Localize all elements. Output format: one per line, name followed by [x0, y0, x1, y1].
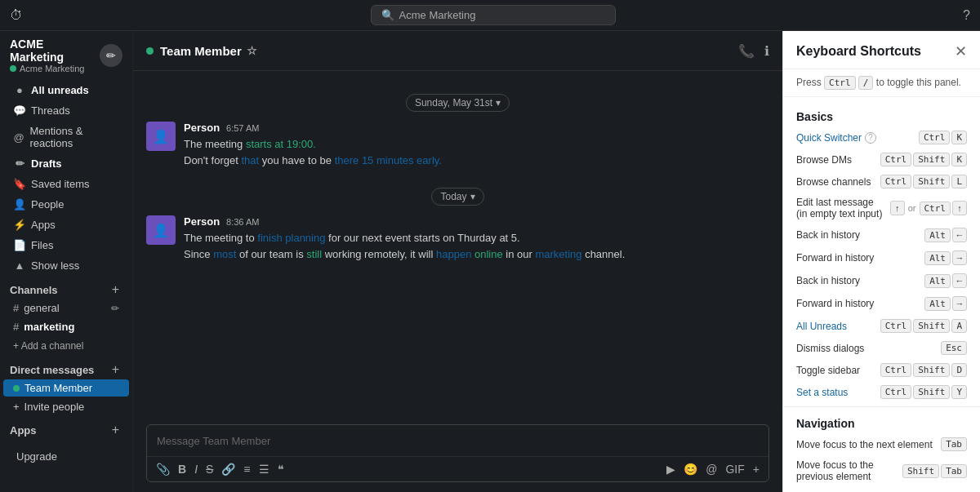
sidebar-item-saved[interactable]: 🔖 Saved items: [3, 175, 129, 193]
right-arrow-key: →: [952, 250, 967, 265]
shortcut-keys: Ctrl Shift K: [880, 153, 967, 166]
shortcut-label: Set a status: [796, 387, 877, 398]
shortcut-label: Dismiss dialogs: [796, 343, 938, 354]
add-dm-button[interactable]: +: [109, 362, 122, 377]
key: Ctrl: [880, 153, 912, 166]
shortcut-label: All Unreads: [796, 321, 877, 332]
more-icon[interactable]: +: [751, 460, 762, 478]
shortcut-keys: Tab: [941, 437, 967, 451]
help-icon[interactable]: ?: [963, 8, 970, 23]
shortcut-edit-last: Edit last message (in empty text input) …: [783, 193, 980, 224]
ordered-list-icon[interactable]: ≡: [241, 460, 252, 478]
files-icon: 📄: [13, 239, 26, 251]
date-label[interactable]: Today ▾: [431, 188, 483, 206]
dm-name: Team Member: [24, 382, 92, 394]
shortcut-browse-channels: Browse channels Ctrl Shift L: [783, 171, 980, 193]
add-channel[interactable]: + Add a channel: [3, 337, 129, 355]
dm-section-header[interactable]: Direct messages +: [0, 356, 132, 379]
edit-icon[interactable]: ✏: [111, 303, 119, 314]
upgrade-button[interactable]: Upgrade: [7, 445, 126, 468]
date-label[interactable]: Sunday, May 31st ▾: [406, 94, 510, 112]
bold-icon[interactable]: B: [176, 460, 189, 478]
show-less-icon: ▲: [13, 259, 26, 272]
shortcut-all-unreads: All Unreads Ctrl Shift A: [783, 315, 980, 337]
message-input[interactable]: [147, 425, 768, 456]
info-icon[interactable]: ℹ: [764, 43, 769, 59]
chat-header-actions: 📞 ℹ: [738, 43, 769, 59]
italic-icon[interactable]: I: [192, 460, 200, 478]
sidebar-item-drafts[interactable]: ✏ Drafts: [3, 154, 129, 173]
add-channel-button[interactable]: +: [109, 282, 122, 297]
key: Ctrl: [919, 131, 951, 144]
sidebar-item-show-less[interactable]: ▲ Show less: [3, 256, 129, 275]
star-icon[interactable]: ☆: [247, 44, 257, 57]
history-icon[interactable]: ⏱: [10, 8, 23, 23]
sidebar-item-files[interactable]: 📄 Files: [3, 236, 129, 255]
quick-switcher-link[interactable]: Quick Switcher: [796, 132, 862, 144]
strikethrough-icon[interactable]: S: [203, 460, 216, 478]
dm-item-team-member[interactable]: Team Member: [3, 379, 129, 397]
messages-area: Sunday, May 31st ▾ 👤 Person 6:57 AM The …: [133, 71, 782, 418]
all-unreads-link[interactable]: All Unreads: [796, 321, 847, 332]
key: Alt: [924, 297, 951, 311]
date-text: Today: [440, 191, 466, 202]
shortcut-focus-messages: Move focus through messages ↑ or ↓: [783, 486, 980, 492]
add-channel-label: + Add a channel: [13, 340, 83, 352]
sidebar-item-label: Files: [31, 239, 53, 251]
shortcut-forward-history-2: Forward in history Alt →: [783, 292, 980, 315]
avatar: 👤: [146, 122, 176, 151]
mention-icon[interactable]: @: [703, 460, 719, 478]
shortcuts-header: Keyboard Shortcuts ✕: [783, 31, 980, 69]
key: L: [951, 175, 967, 188]
emoji-icon[interactable]: 😊: [681, 460, 700, 478]
add-app-button[interactable]: +: [109, 423, 122, 437]
sidebar-item-label: Apps: [31, 219, 56, 231]
shortcuts-title: Keyboard Shortcuts: [796, 44, 921, 59]
compose-button[interactable]: ✏: [100, 44, 122, 67]
sidebar-item-threads[interactable]: 💬 Threads: [3, 101, 129, 120]
sidebar-item-mentions[interactable]: @ Mentions & reactions: [3, 122, 129, 153]
key: K: [951, 131, 967, 144]
sidebar-item-apps[interactable]: ⚡ Apps: [3, 215, 129, 234]
channels-section-header[interactable]: Channels +: [0, 276, 132, 299]
key: A: [951, 319, 967, 333]
sidebar-item-label: Drafts: [31, 157, 62, 170]
dm-online-dot: [13, 385, 20, 392]
phone-icon[interactable]: 📞: [738, 43, 755, 59]
sidebar-item-all-unreads[interactable]: ● All unreads: [3, 81, 129, 100]
ctrl-key: Ctrl: [824, 76, 856, 90]
shortcuts-close-button[interactable]: ✕: [955, 42, 967, 60]
workspace-header[interactable]: ACME Marketing Acme Marketing ✏: [0, 31, 132, 80]
sidebar-item-people[interactable]: 👤 People: [3, 195, 129, 214]
blockquote-icon[interactable]: ❝: [275, 460, 287, 478]
message-text: Don't forget that you have to be there 1…: [184, 153, 769, 169]
chat-area: Team Member ☆ 📞 ℹ Sunday, May 31st ▾ 👤: [133, 31, 782, 492]
key: D: [951, 363, 967, 377]
send-icon[interactable]: ▶: [664, 460, 678, 478]
search-bar[interactable]: 🔍 Acme Marketing: [371, 5, 616, 25]
search-text: Acme Marketing: [399, 9, 476, 21]
message-time: 8:36 AM: [226, 217, 259, 227]
workspace-info: ACME Marketing Acme Marketing: [10, 38, 100, 73]
link-icon[interactable]: 🔗: [219, 460, 238, 478]
set-status-link[interactable]: Set a status: [796, 387, 848, 398]
sidebar-item-label: Mentions & reactions: [29, 125, 119, 149]
subtitle-press: Press: [796, 77, 824, 88]
apps-icon: ⚡: [13, 219, 26, 231]
invite-label: Invite people: [24, 401, 85, 413]
shortcut-next-element: Move focus to the next element Tab: [783, 433, 980, 455]
apps-section-header[interactable]: Apps +: [0, 416, 132, 439]
invite-people[interactable]: + Invite people: [3, 398, 129, 415]
unordered-list-icon[interactable]: ☰: [256, 460, 272, 478]
channel-item-marketing[interactable]: # marketing: [3, 318, 129, 335]
attach-icon[interactable]: 📎: [154, 460, 172, 478]
gif-icon[interactable]: GIF: [723, 460, 746, 478]
shortcut-keys: Ctrl Shift Y: [880, 385, 967, 399]
shortcut-keys: Ctrl Shift A: [880, 319, 967, 333]
key: Ctrl: [880, 363, 912, 377]
info-icon[interactable]: ?: [865, 132, 876, 144]
key: Ctrl: [920, 202, 951, 215]
shortcut-toggle-sidebar: Toggle sidebar Ctrl Shift D: [783, 359, 980, 381]
hash-icon: #: [13, 321, 19, 333]
channel-item-general[interactable]: # general ✏: [3, 299, 129, 317]
